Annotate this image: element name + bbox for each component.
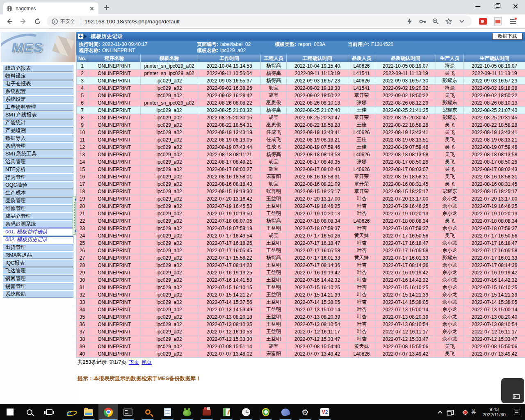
address-bar[interactable]: 不安全 192.168.100.18/sfc/S.php/nago/defaul…	[47, 16, 472, 27]
sidebar-item[interactable]: 物料设定	[3, 73, 73, 80]
chrome-button[interactable]	[98, 404, 118, 420]
sidebar-item[interactable]: NTF分析	[3, 166, 73, 173]
sidebar-subitem[interactable]: 002. 模板历史记录	[3, 236, 73, 243]
info-icon[interactable]	[52, 18, 58, 25]
pdf-extension-icon[interactable]	[493, 16, 503, 27]
template-name-link[interactable]: ipc029_a02	[141, 77, 198, 84]
sidebar-item[interactable]: RMA客退品	[3, 252, 73, 259]
template-name-link[interactable]: ipc029_a02	[141, 321, 198, 328]
next-page-link[interactable]: 下页	[129, 359, 139, 365]
sidebar-item[interactable]: 数据导入	[3, 135, 73, 142]
template-name-link[interactable]: ipc029_a02	[141, 203, 198, 210]
template-name-link[interactable]: ipc029_a02	[141, 343, 198, 350]
reload-button[interactable]	[32, 16, 43, 27]
expand-plus-icon[interactable]	[78, 34, 83, 39]
internet-explorer-button[interactable]: e	[59, 404, 79, 420]
template-name-link[interactable]: ipc029_a02	[141, 84, 198, 92]
new-tab-button[interactable]	[103, 4, 110, 11]
window-restore-button[interactable]	[487, 0, 506, 12]
clock-app-button[interactable]	[236, 404, 256, 420]
last-page-link[interactable]: 尾页	[142, 359, 152, 365]
sidebar-item[interactable]: 系统设定	[3, 96, 73, 103]
zoom-out-icon[interactable]	[431, 16, 441, 26]
template-name-link[interactable]: ipc029_a02	[141, 195, 198, 203]
action-center-icon[interactable]	[514, 409, 520, 415]
window-close-button[interactable]	[506, 0, 525, 12]
vnc-button[interactable]: V2	[315, 404, 335, 420]
sidebar-item[interactable]: 产能统计	[3, 119, 73, 126]
url-text[interactable]: 192.168.100.18/sfc/S.php/nago/default	[84, 18, 180, 25]
sidebar-item[interactable]: 治具管理	[3, 158, 73, 165]
tray-expand-button[interactable]	[438, 410, 442, 415]
antivirus-button[interactable]	[256, 404, 276, 420]
toad-button[interactable]	[177, 404, 197, 420]
flash-plugin-icon[interactable]	[404, 16, 414, 26]
file-explorer-button[interactable]	[79, 404, 98, 420]
template-name-link[interactable]: ipc029_a02	[141, 306, 198, 313]
sidebar-item[interactable]: 系统配置	[3, 88, 73, 95]
sidebar-item[interactable]: 锡膏管理	[3, 283, 73, 290]
sidebar-item[interactable]: 钢网管理	[3, 275, 73, 282]
chevron-down-icon[interactable]	[457, 16, 467, 26]
sidebar-item[interactable]: SMT系统工具	[3, 151, 73, 158]
template-name-link[interactable]: ipc029_a02	[141, 313, 198, 321]
sidebar-item[interactable]: OQC抽验	[3, 182, 73, 189]
browser-tab[interactable]: nagomes	[3, 2, 98, 14]
sidebar-item[interactable]: 维修管理	[3, 205, 73, 212]
sidebar-splitter[interactable]	[73, 196, 76, 235]
search-tool-button[interactable]	[138, 404, 158, 420]
template-name-link[interactable]: ipc029_a02	[141, 336, 198, 343]
template-name-link[interactable]: ipc029_a02	[141, 276, 198, 284]
ime-indicator[interactable]: 英	[471, 409, 477, 415]
template-name-link[interactable]: printer_sn_ipc029_a02	[141, 99, 198, 107]
template-name-link[interactable]: ipc029_a02	[141, 232, 198, 240]
taskbar-search-button[interactable]	[20, 404, 39, 420]
template-name-link[interactable]: printer_sn_ipc029_a02	[141, 62, 198, 70]
dolphin-app-button[interactable]	[276, 404, 295, 420]
sidebar-item[interactable]: 工单物料管理	[3, 104, 73, 111]
sidebar-item[interactable]: 产品追溯	[3, 127, 73, 134]
sidebar-item[interactable]: 系统帮助	[3, 291, 73, 298]
bookmark-star-icon[interactable]	[444, 16, 454, 26]
start-button[interactable]	[0, 404, 20, 420]
template-name-link[interactable]: ipc029_a02	[141, 210, 198, 217]
template-name-link[interactable]: ipc029_a02	[141, 136, 198, 144]
template-name-link[interactable]: ipc029_a02	[141, 284, 198, 291]
template-name-link[interactable]: ipc029_a02	[141, 291, 198, 299]
template-name-link[interactable]: ipc029_a02	[141, 350, 198, 358]
data-download-button[interactable]: 数据下载	[492, 33, 523, 40]
terminal-button[interactable]	[118, 404, 138, 420]
template-name-link[interactable]: ipc029_a02	[141, 269, 198, 276]
template-name-link[interactable]: ipc029_a02	[141, 151, 198, 158]
sidebar-item[interactable]: 生产成本	[3, 189, 73, 196]
screen-capture-extension-icon[interactable]	[478, 16, 488, 27]
template-name-link[interactable]: ipc029_a02	[141, 299, 198, 306]
workstation-app-button[interactable]	[197, 404, 217, 420]
template-name-link[interactable]: ipc029_a02	[141, 166, 198, 173]
template-name-link[interactable]: ipc029_a02	[141, 225, 198, 232]
template-name-link[interactable]: ipc029_a02	[141, 121, 198, 129]
window-minimize-button[interactable]	[468, 0, 487, 12]
notes-app-button[interactable]	[217, 404, 236, 420]
template-name-link[interactable]: ipc029_a02	[141, 158, 198, 166]
browser-menu-icon[interactable]	[508, 16, 518, 27]
template-name-link[interactable]: ipc029_a02	[141, 328, 198, 336]
template-name-link[interactable]: printer_sn_ipc029_a02	[141, 70, 198, 77]
sidebar-item[interactable]: 品质管理	[3, 197, 73, 204]
template-name-link[interactable]: ipc029_a02	[141, 114, 198, 121]
template-name-link[interactable]: ipc029_a02	[141, 262, 198, 269]
sidebar-item[interactable]: 成品仓管理	[3, 213, 73, 220]
template-name-link[interactable]: ipc029_a02	[141, 217, 198, 225]
sidebar-item[interactable]: 出货管理	[3, 244, 73, 251]
volume-tray-icon[interactable]	[460, 410, 466, 415]
settings-button[interactable]: ⚙	[295, 404, 315, 420]
sidebar-item[interactable]: IQC报表	[3, 260, 73, 267]
sidebar-item[interactable]: 行为管理	[3, 174, 73, 181]
sidebar-item[interactable]: 飞达管理	[3, 267, 73, 274]
password-key-icon[interactable]	[418, 16, 427, 26]
task-view-button[interactable]	[39, 404, 59, 420]
screen-recorder-widget[interactable]	[501, 378, 524, 403]
template-name-link[interactable]: ipc029_a02	[141, 92, 198, 99]
template-name-link[interactable]: ipc029_a02	[141, 247, 198, 254]
template-name-link[interactable]: ipc029_a02	[141, 173, 198, 180]
